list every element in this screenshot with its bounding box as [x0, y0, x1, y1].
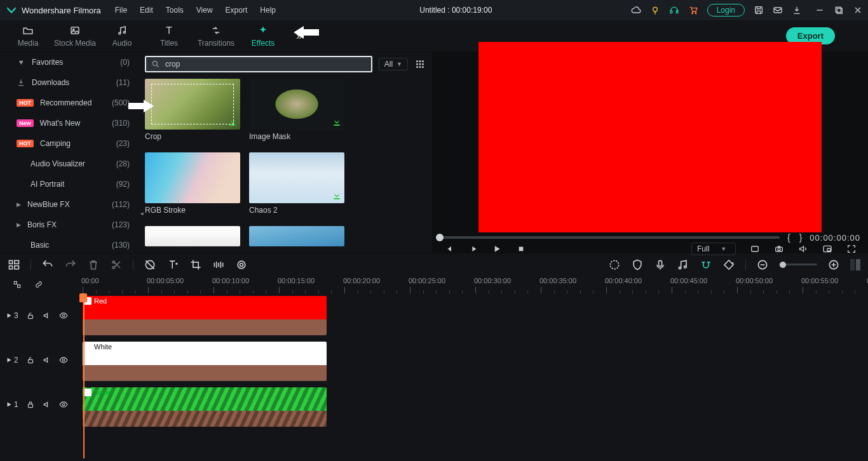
- eye-icon[interactable]: [59, 311, 68, 320]
- delete-icon[interactable]: [87, 258, 100, 271]
- fullscreen-icon[interactable]: [846, 244, 857, 254]
- keyframe-icon[interactable]: [722, 258, 735, 271]
- mark-out-icon[interactable]: }: [798, 232, 804, 243]
- timeline-clip[interactable]: White: [83, 342, 327, 381]
- progress-slider[interactable]: [440, 236, 780, 239]
- undo-icon[interactable]: [41, 258, 54, 271]
- cloud-icon[interactable]: [631, 5, 641, 15]
- menu-edit[interactable]: Edit: [135, 3, 158, 17]
- preview-fit-dropdown[interactable]: Full ▼: [691, 243, 736, 255]
- prev-frame-icon[interactable]: [444, 244, 454, 254]
- window-minimize-icon[interactable]: [815, 5, 825, 15]
- speed-icon[interactable]: [212, 258, 225, 271]
- tab-stock-media[interactable]: Stock Media: [52, 21, 98, 51]
- pip-icon[interactable]: [822, 244, 832, 254]
- lightbulb-icon[interactable]: [650, 5, 660, 15]
- effect-thumbnail[interactable]: [249, 226, 344, 246]
- tab-media[interactable]: Media: [5, 21, 51, 51]
- save-icon[interactable]: [754, 5, 764, 15]
- effect-item[interactable]: [249, 226, 344, 246]
- search-input[interactable]: [145, 56, 372, 72]
- tab-transitions[interactable]: Transitions: [193, 21, 239, 51]
- zoom-out-icon[interactable]: [756, 258, 769, 271]
- effect-thumbnail[interactable]: [145, 226, 240, 246]
- timeline-ruler[interactable]: 00:0000:00:05:0000:00:10:0000:00:15:0000…: [83, 276, 868, 293]
- tab-audio[interactable]: Audio: [99, 21, 145, 51]
- play-pause-icon[interactable]: [468, 244, 478, 254]
- login-button[interactable]: Login: [707, 4, 745, 17]
- effect-item[interactable]: RGB Stroke: [145, 152, 240, 215]
- zoom-slider[interactable]: [779, 264, 817, 265]
- effect-item[interactable]: Image Mask: [249, 79, 344, 141]
- sidebar-item[interactable]: ♥Favorites(0): [0, 52, 139, 72]
- sidebar-item[interactable]: NewWhat's New(310): [0, 113, 139, 133]
- audio-mixer-icon[interactable]: [677, 258, 689, 271]
- tracks-canvas[interactable]: RedWhiteGreen: [83, 293, 868, 460]
- marker-icon[interactable]: [144, 258, 156, 271]
- timeline-clip[interactable]: Red: [83, 296, 327, 335]
- effect-thumbnail[interactable]: [249, 152, 344, 203]
- effect-thumbnail[interactable]: [145, 79, 240, 130]
- link-icon[interactable]: [34, 280, 43, 289]
- timeline-clip[interactable]: Green: [83, 387, 327, 427]
- lock-icon[interactable]: [26, 311, 35, 320]
- window-maximize-icon[interactable]: [834, 5, 844, 15]
- download-icon[interactable]: [792, 5, 802, 15]
- sidebar-item[interactable]: ▶Boris FX(123): [0, 215, 139, 235]
- tab-effects[interactable]: Effects: [240, 21, 286, 51]
- zoom-fit-icon[interactable]: [850, 259, 860, 271]
- split-icon[interactable]: [110, 258, 123, 271]
- zoom-in-icon[interactable]: [827, 258, 840, 271]
- mark-in-icon[interactable]: {: [786, 232, 792, 243]
- auto-reframe-icon[interactable]: [608, 258, 621, 271]
- mute-icon[interactable]: [43, 356, 51, 364]
- crop-tool-icon[interactable]: [189, 258, 202, 271]
- shield-icon[interactable]: [631, 258, 644, 271]
- mute-icon[interactable]: [43, 400, 51, 409]
- search-field[interactable]: [164, 59, 366, 69]
- add-text-icon[interactable]: [166, 258, 179, 271]
- sidebar-item[interactable]: Downloads(11): [0, 72, 139, 93]
- ripple-icon[interactable]: [13, 280, 22, 289]
- effect-item[interactable]: Crop: [145, 79, 240, 141]
- volume-icon[interactable]: [798, 244, 808, 254]
- effect-item[interactable]: [145, 226, 240, 246]
- effect-thumbnail[interactable]: [145, 152, 240, 203]
- redo-icon[interactable]: [64, 258, 77, 271]
- mute-icon[interactable]: [43, 311, 51, 320]
- lock-icon[interactable]: [26, 356, 35, 364]
- window-close-icon[interactable]: [853, 5, 863, 15]
- filter-dropdown[interactable]: All ▼: [379, 58, 408, 70]
- menu-export[interactable]: Export: [220, 3, 253, 17]
- eye-icon[interactable]: [59, 356, 68, 364]
- sidebar-item[interactable]: Basic(130): [0, 235, 139, 253]
- sidebar-item[interactable]: Audio Visualizer(28): [0, 154, 139, 174]
- sidebar-item[interactable]: ▶NewBlue FX(112): [0, 194, 139, 215]
- cart-icon[interactable]: [688, 5, 698, 15]
- snap-icon[interactable]: [700, 258, 712, 271]
- track-manager-icon[interactable]: [8, 258, 20, 271]
- mic-icon[interactable]: [654, 258, 667, 271]
- sidebar-item[interactable]: HOTCamping(23): [0, 133, 139, 154]
- stop-icon[interactable]: [516, 244, 526, 254]
- menu-tools[interactable]: Tools: [161, 3, 189, 17]
- layout-grid-icon[interactable]: [414, 58, 426, 70]
- color-icon[interactable]: [235, 258, 248, 271]
- eye-icon[interactable]: [59, 400, 68, 409]
- sidebar-item[interactable]: AI Portrait(92): [0, 174, 139, 194]
- menu-help[interactable]: Help: [255, 3, 281, 17]
- sidebar-collapse-icon[interactable]: ◂: [139, 201, 145, 226]
- snapshot-icon[interactable]: [774, 244, 784, 254]
- mail-icon[interactable]: [773, 5, 783, 15]
- menu-view[interactable]: View: [191, 3, 218, 17]
- video-preview[interactable]: [478, 42, 822, 232]
- play-icon[interactable]: [492, 244, 502, 254]
- effect-thumbnail[interactable]: [249, 79, 344, 130]
- headset-icon[interactable]: [669, 5, 679, 15]
- menu-file[interactable]: File: [110, 3, 132, 17]
- tab-titles[interactable]: Titles: [146, 21, 192, 51]
- lock-icon[interactable]: [26, 400, 35, 409]
- effect-item[interactable]: Chaos 2: [249, 152, 344, 215]
- sidebar-item[interactable]: HOTRecommended(500): [0, 93, 139, 113]
- render-preview-icon[interactable]: [750, 244, 760, 254]
